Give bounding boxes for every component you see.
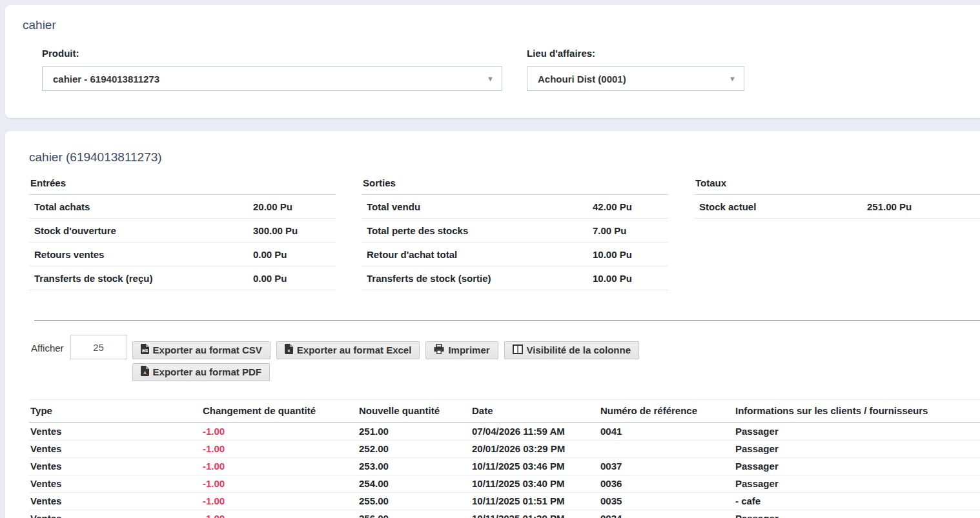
cell-quantity-change: -1.00 xyxy=(201,440,358,457)
print-button[interactable]: Imprimer xyxy=(425,341,498,359)
summary-entries: Entrées Total achats 20.00 Pu Stock d'ou… xyxy=(29,175,336,290)
summary-value: 251.00 Pu xyxy=(867,201,912,212)
summary-value: 0.00 Pu xyxy=(253,249,287,260)
summary-value: 42.00 Pu xyxy=(593,201,632,212)
cell-new-quantity: 255.00 xyxy=(358,492,471,510)
location-select[interactable]: Achouri Dist (0001) ▼ xyxy=(527,66,744,91)
table-controls: Afficher 25 CSV Exporter au format CSV x… xyxy=(29,335,980,385)
summary-row: Total perte des stocks 7.00 Pu xyxy=(362,219,668,243)
summary-value: 0.00 Pu xyxy=(253,273,287,284)
cell-date: 10/11/2025 03:46 PM xyxy=(471,457,599,475)
cell-date: 10/11/2025 01:51 PM xyxy=(471,492,599,510)
product-detail-title: cahier (6194013811273) xyxy=(29,150,980,164)
summary-label: Total perte des stocks xyxy=(362,225,468,236)
svg-text:A: A xyxy=(143,371,147,375)
column-header-quantity-change[interactable]: Changement de quantité xyxy=(201,400,358,423)
export-excel-button[interactable]: x Exporter au format Excel xyxy=(276,341,420,359)
summary-row: Transferts de stock (reçu) 0.00 Pu xyxy=(29,266,336,290)
summary-value: 7.00 Pu xyxy=(593,225,627,236)
file-excel-icon: x xyxy=(285,344,293,356)
cell-customer-info: Passager xyxy=(734,440,980,457)
summary-value: 300.00 Pu xyxy=(253,225,298,236)
cell-date: 10/11/2025 03:40 PM xyxy=(471,475,599,492)
cell-quantity-change: -1.00 xyxy=(201,457,358,475)
summary-label: Total vendu xyxy=(362,201,420,212)
column-header-new-quantity[interactable]: Nouvelle quantité xyxy=(358,400,471,423)
summary-row: Total achats 20.00 Pu xyxy=(29,195,336,219)
svg-text:CSV: CSV xyxy=(141,349,148,352)
column-header-customer-info[interactable]: Informations sur les clients / fournisse… xyxy=(734,400,980,423)
cell-type: Ventes xyxy=(29,492,201,510)
table-row: Ventes -1.00 255.00 10/11/2025 01:51 PM … xyxy=(29,492,980,510)
product-select-value: cahier - 6194013811273 xyxy=(53,74,159,85)
cell-reference: 0037 xyxy=(599,457,734,475)
column-header-type[interactable]: Type xyxy=(29,400,201,423)
table-header-row: Type Changement de quantité Nouvelle qua… xyxy=(29,400,980,423)
summary-value: 20.00 Pu xyxy=(253,201,292,212)
summary-row: Retour d'achat total 10.00 Pu xyxy=(362,243,668,266)
export-csv-label: Exporter au format CSV xyxy=(153,344,262,355)
cell-new-quantity: 254.00 xyxy=(358,475,471,492)
cell-reference: 0036 xyxy=(599,475,734,492)
cell-type: Ventes xyxy=(29,475,201,492)
product-label: Produit: xyxy=(42,48,502,59)
product-filter: Produit: cahier - 6194013811273 ▼ xyxy=(42,48,502,91)
totals-heading: Totaux xyxy=(694,175,980,195)
export-pdf-label: Exporter au format PDF xyxy=(153,366,261,377)
cell-customer-info: Passager xyxy=(734,423,980,440)
summary-outputs: Sorties Total vendu 42.00 Pu Total perte… xyxy=(362,175,668,290)
location-select-value: Achouri Dist (0001) xyxy=(538,74,626,85)
filter-card: cahier Produit: cahier - 6194013811273 ▼… xyxy=(5,5,980,118)
cell-reference xyxy=(599,440,734,457)
cell-quantity-change: -1.00 xyxy=(201,475,358,492)
column-visibility-button[interactable]: Visibilité de la colonne xyxy=(504,341,639,359)
table-row: Ventes -1.00 256.00 10/11/2025 01:39 PM … xyxy=(29,510,980,518)
cell-date: 20/01/2026 03:29 PM xyxy=(471,440,599,457)
cell-customer-info: - cafe xyxy=(734,492,980,510)
cell-quantity-change: -1.00 xyxy=(201,492,358,510)
cell-date: 10/11/2025 01:39 PM xyxy=(471,510,599,518)
filter-row: Produit: cahier - 6194013811273 ▼ Lieu d… xyxy=(42,48,980,91)
cell-quantity-change: -1.00 xyxy=(201,510,358,518)
cell-new-quantity: 256.00 xyxy=(358,510,471,518)
file-pdf-icon: A xyxy=(141,366,149,378)
summary-label: Total achats xyxy=(29,201,90,212)
page-length-select[interactable]: 25 xyxy=(70,335,127,359)
column-header-date[interactable]: Date xyxy=(471,400,599,423)
cell-reference: 0034 xyxy=(599,510,734,518)
outputs-heading: Sorties xyxy=(362,175,668,195)
table-row: Ventes -1.00 254.00 10/11/2025 03:40 PM … xyxy=(29,475,980,492)
cell-reference: 0041 xyxy=(599,423,734,440)
summary-label: Retours ventes xyxy=(29,249,104,260)
export-buttons: CSV Exporter au format CSV x Exporter au… xyxy=(132,335,691,385)
columns-icon xyxy=(513,344,523,356)
product-select[interactable]: cahier - 6194013811273 ▼ xyxy=(42,66,502,91)
cell-customer-info: Passager xyxy=(734,457,980,475)
stock-details-card: cahier (6194013811273) Entrées Total ach… xyxy=(5,131,980,518)
export-pdf-button[interactable]: A Exporter au format PDF xyxy=(132,363,270,381)
show-entries-label: Afficher xyxy=(31,335,64,354)
summary-label: Transferts de stock (reçu) xyxy=(29,273,152,284)
cell-quantity-change: -1.00 xyxy=(201,423,358,440)
cell-customer-info: Passager xyxy=(734,475,980,492)
table-row: Ventes -1.00 253.00 10/11/2025 03:46 PM … xyxy=(29,457,980,475)
export-csv-button[interactable]: CSV Exporter au format CSV xyxy=(132,341,271,359)
location-filter: Lieu d'affaires: Achouri Dist (0001) ▼ xyxy=(527,48,744,91)
cell-new-quantity: 253.00 xyxy=(358,457,471,475)
summary-row: Total vendu 42.00 Pu xyxy=(362,195,668,219)
summary-row: Retours ventes 0.00 Pu xyxy=(29,243,336,266)
summary-value: 10.00 Pu xyxy=(593,249,632,260)
cell-reference: 0035 xyxy=(599,492,734,510)
table-row: Ventes -1.00 251.00 07/04/2026 11:59 AM … xyxy=(29,423,980,440)
location-label: Lieu d'affaires: xyxy=(527,48,744,59)
summary-row: Stock d'ouverture 300.00 Pu xyxy=(29,219,336,243)
summary-label: Retour d'achat total xyxy=(362,249,457,260)
cell-type: Ventes xyxy=(29,440,201,457)
page-title: cahier xyxy=(23,18,980,32)
cell-new-quantity: 252.00 xyxy=(358,440,471,457)
column-visibility-label: Visibilité de la colonne xyxy=(527,344,631,355)
chevron-down-icon: ▼ xyxy=(487,75,494,83)
column-header-reference[interactable]: Numéro de référence xyxy=(599,400,734,423)
export-excel-label: Exporter au format Excel xyxy=(297,344,412,355)
summary-label: Stock d'ouverture xyxy=(29,225,116,236)
